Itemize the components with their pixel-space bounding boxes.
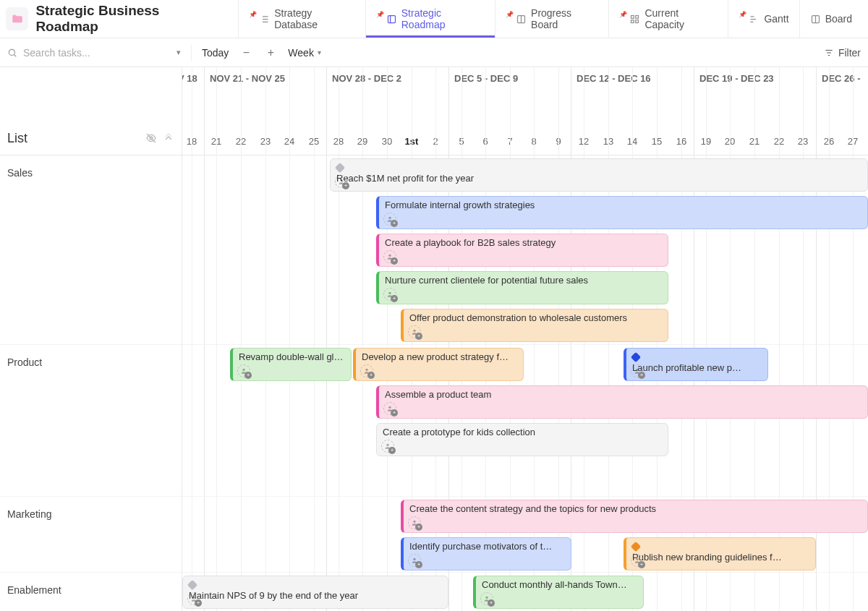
task-bar[interactable]: Revamp double-wall gl… — [230, 348, 352, 381]
tab-current-capacity[interactable]: 📌 Current Capacity — [608, 0, 728, 38]
assignee-add-icon[interactable] — [383, 402, 396, 415]
milestone-icon — [335, 163, 345, 173]
today-button[interactable]: Today — [202, 47, 229, 59]
day-label: 18 — [187, 136, 197, 147]
assignee-add-icon[interactable] — [383, 213, 396, 226]
day-label: 21 — [211, 136, 221, 147]
day-label: 28 — [333, 136, 344, 147]
group-row[interactable]: Marketing — [0, 497, 182, 573]
task-bar[interactable]: Offer product demonstration to wholesale… — [401, 309, 668, 342]
task-bar[interactable]: Assemble a product team — [376, 385, 868, 419]
day-label: 23 — [260, 136, 271, 147]
milestone-icon — [631, 352, 641, 362]
svg-point-9 — [340, 179, 342, 181]
assignee-add-icon[interactable] — [383, 288, 396, 301]
timeline[interactable]: V 18NOV 21 - NOV 25NOV 28 - DEC 2DEC 5 -… — [182, 67, 868, 611]
day-label: 7 — [507, 136, 512, 147]
week-label: NOV 21 - NOV 25 — [210, 73, 285, 84]
list-icon — [259, 14, 270, 25]
task-bar[interactable]: Launch profitable new p… — [624, 348, 768, 381]
tab-board[interactable]: Board — [799, 0, 862, 38]
task-bar[interactable]: Develop a new product strategy f… — [353, 348, 524, 381]
task-bar[interactable]: Create the content strategy and the topi… — [401, 500, 868, 533]
day-label: 25 — [309, 136, 319, 147]
timescale-selector[interactable]: Week ▾ — [288, 47, 321, 59]
assignee-add-icon[interactable] — [381, 440, 394, 453]
sidebar-header: List — [0, 67, 182, 155]
filter-button[interactable]: Filter — [824, 47, 861, 59]
svg-rect-4 — [631, 20, 634, 22]
task-bar[interactable]: Conduct monthly all-hands Town… — [473, 576, 644, 609]
pin-icon: 📌 — [619, 11, 627, 18]
assignee-add-icon[interactable] — [480, 592, 493, 605]
svg-point-22 — [192, 597, 195, 599]
pin-icon: 📌 — [249, 11, 257, 18]
assignee-add-icon[interactable] — [335, 175, 348, 188]
view-tabs: 📌 Strategy Database 📌 Strategic Roadmap … — [238, 0, 862, 38]
assignee-add-icon[interactable] — [408, 554, 421, 567]
group-block: Maintain NPS of 9 by the end of the year… — [182, 573, 868, 611]
assignee-add-icon[interactable] — [408, 516, 421, 529]
svg-point-18 — [386, 444, 388, 446]
assignee-add-icon[interactable] — [383, 250, 396, 263]
group-row[interactable]: Enablement — [0, 573, 182, 611]
svg-point-19 — [413, 521, 415, 523]
task-bar[interactable]: Reach $1M net profit for the year — [330, 158, 868, 192]
grid-icon — [629, 14, 640, 25]
task-bar[interactable]: Nurture current clientele for potential … — [376, 271, 668, 304]
search-wrap: ▾ — [7, 47, 181, 59]
task-label: Revamp double-wall gl… — [239, 351, 345, 363]
day-label: 13 — [603, 136, 613, 147]
assignee-add-icon[interactable] — [631, 554, 644, 567]
task-bar[interactable]: Create a playbook for B2B sales strategy — [376, 234, 668, 267]
collapse-icon[interactable] — [163, 132, 174, 146]
chevron-down-icon: ▾ — [318, 48, 321, 56]
assignee-add-icon[interactable] — [408, 325, 421, 338]
week-label: DEC 5 - DEC 9 — [454, 73, 518, 84]
task-label: Nurture current clientele for potential … — [385, 275, 662, 286]
search-icon — [7, 48, 17, 58]
pin-icon: 📌 — [506, 11, 514, 18]
week-label: DEC 19 - DEC 23 — [699, 73, 774, 84]
rows: Reach $1M net profit for the yearFormula… — [182, 155, 868, 611]
tab-strategic-roadmap[interactable]: 📌 Strategic Roadmap — [365, 0, 495, 38]
svg-point-7 — [9, 49, 14, 55]
task-label: Reach $1M net profit for the year — [336, 173, 861, 184]
assignee-add-icon[interactable] — [631, 364, 644, 377]
task-label: Launch profitable new p… — [632, 362, 762, 374]
day-label: 14 — [627, 136, 637, 147]
toolbar: ▾ Today − + Week ▾ Filter — [0, 38, 868, 67]
task-bar[interactable]: Identify purchase motivators of t… — [401, 537, 571, 571]
task-bar[interactable]: Publish new branding guidelines f… — [624, 537, 816, 571]
timescale-label: Week — [288, 47, 314, 59]
group-row[interactable]: Product — [0, 345, 182, 497]
day-label: 12 — [579, 136, 589, 147]
assignee-add-icon[interactable] — [187, 592, 200, 605]
assignee-add-icon[interactable] — [237, 364, 250, 377]
day-label: 19 — [701, 136, 711, 147]
group-row[interactable]: Sales — [0, 155, 182, 345]
day-label: 2 — [433, 136, 438, 147]
gantt-icon — [749, 14, 760, 25]
hide-icon[interactable] — [145, 132, 157, 146]
task-bar[interactable]: Create a prototype for kids collection — [376, 423, 668, 456]
tab-progress-board[interactable]: 📌 Progress Board — [495, 0, 608, 38]
tab-label: Gantt — [764, 13, 788, 25]
zoom-in-button[interactable]: + — [263, 46, 278, 60]
day-label: 6 — [482, 136, 488, 147]
board-icon — [810, 14, 821, 25]
search-input[interactable] — [23, 47, 171, 59]
zoom-out-button[interactable]: − — [239, 46, 253, 60]
folder-icon — [6, 7, 28, 30]
tab-gantt[interactable]: 📌 Gantt — [728, 0, 799, 38]
date-header: V 18NOV 21 - NOV 25NOV 28 - DEC 2DEC 5 -… — [182, 67, 868, 155]
tab-strategy-database[interactable]: 📌 Strategy Database — [238, 0, 365, 38]
svg-point-13 — [413, 330, 415, 332]
main: List SalesProductMarketingEnablement V 1… — [0, 67, 868, 611]
timeline-icon — [386, 14, 397, 25]
chevron-down-icon[interactable]: ▾ — [176, 48, 181, 57]
task-bar[interactable]: Maintain NPS of 9 by the end of the year — [182, 576, 448, 609]
assignee-add-icon[interactable] — [360, 364, 373, 377]
svg-rect-5 — [636, 20, 639, 22]
task-bar[interactable]: Formulate internal growth strategies — [376, 196, 868, 229]
